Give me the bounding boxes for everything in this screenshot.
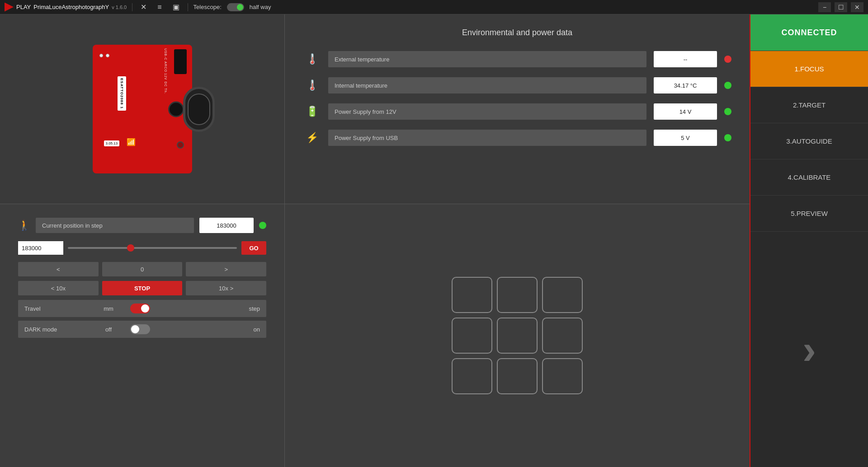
save-icon-btn[interactable]: ▣ (170, 2, 182, 12)
env-row-2: 🔋 Power Supply from 12V 14 V (303, 103, 731, 120)
next-arrow-icon[interactable]: › (802, 329, 816, 370)
right-btn[interactable]: > (186, 262, 266, 276)
thermometer-int-icon: 🌡️ (303, 79, 321, 91)
env-row-3: ⚡ Power Supply from USB 5 V (303, 130, 731, 146)
telescope-toggle[interactable] (227, 3, 244, 11)
int-temp-label: Internal temperature (328, 77, 646, 93)
env-panel: Environmental and power data 🌡️ External… (285, 14, 750, 204)
travel-row: Travel mm step (18, 300, 266, 317)
grid-btn-2-1[interactable] (497, 358, 538, 394)
titlebar: PLAY PrimaLuceAstrophotographY v 1.6.0 ✕… (0, 0, 868, 14)
focus-status (259, 222, 266, 229)
app-logo: PLAY PrimaLuceAstrophotographY v 1.6.0 (5, 3, 127, 12)
dark-mode-toggle-knob (131, 325, 139, 333)
grid-btn-2-2[interactable] (542, 358, 583, 394)
sidebar-item-calibrate[interactable]: 4.CALIBRATE (750, 159, 868, 195)
power-usb-label: Power Supply from USB (328, 130, 646, 146)
control-btn-row-2: < 10x STOP 10x > (18, 281, 266, 295)
left-btn[interactable]: < (18, 262, 99, 276)
main-layout: USB-C ARCO 12V DC Th. ESATTO2088 1 3.05.… (0, 14, 868, 467)
travel-label: Travel (18, 305, 90, 312)
power-12v-status (724, 108, 731, 115)
app-version: v 1.6.0 (112, 5, 127, 10)
sidebar-item-target[interactable]: 2.TARGET (750, 87, 868, 123)
grid-row-1 (452, 318, 583, 354)
close-btn[interactable]: ✕ (851, 2, 863, 12)
sidebar-arrow-area: › (750, 231, 868, 467)
usb-icon: ⚡ (303, 132, 321, 144)
right10-btn[interactable]: 10x > (186, 281, 266, 295)
camera-top-buttons (99, 54, 109, 57)
travel-toggle-knob (141, 304, 149, 313)
grid-btn-0-1[interactable] (497, 277, 538, 313)
slider-track[interactable] (68, 247, 237, 249)
app-name: PrimaLuceAstrophotographY (33, 4, 109, 10)
grid-btn-1-0[interactable] (452, 318, 492, 354)
maximize-btn[interactable]: ☐ (835, 2, 847, 12)
power-12v-icon: 🔋 (303, 106, 321, 117)
position-value: 183000 (199, 218, 254, 233)
go-button[interactable]: GO (241, 241, 266, 255)
grid-btn-2-0[interactable] (452, 358, 492, 394)
sidebar-item-focus[interactable]: 1.FOCUS (750, 51, 868, 87)
sep2 (188, 3, 188, 11)
power-12v-label: Power Supply from 12V (328, 103, 646, 120)
grid-btn-1-2[interactable] (542, 318, 583, 354)
ext-temp-label: External temperature (328, 51, 646, 67)
minimize-btn[interactable]: − (818, 2, 831, 12)
wifi-icon: 📶 (127, 138, 136, 146)
telescope-position: half way (250, 4, 271, 10)
grid-row-0 (452, 277, 583, 313)
telescope-label: Telescope: (193, 4, 222, 10)
sidebar: CONNECTED 1.FOCUS 2.TARGET 3.AUTOGUIDE 4… (750, 14, 868, 467)
camera-port-block (174, 49, 187, 74)
thermometer-ext-icon: 🌡️ (303, 53, 321, 65)
env-row-1: 🌡️ Internal temperature 34.17 °C (303, 77, 731, 93)
env-row-0: 🌡️ External temperature -- (303, 51, 731, 67)
dark-mode-row: DARK mode off on (18, 321, 266, 338)
dark-mode-toggle[interactable] (130, 324, 150, 334)
grid-panel (285, 204, 750, 467)
slider-input[interactable] (18, 241, 63, 255)
grid-btn-0-0[interactable] (452, 277, 492, 313)
ext-temp-status (724, 56, 731, 63)
sidebar-connected: CONNECTED (750, 14, 868, 51)
cursor-icon-btn[interactable]: ✕ (138, 2, 149, 12)
dark-mode-off: off (90, 326, 127, 333)
env-title: Environmental and power data (303, 28, 731, 37)
sliders-icon-btn[interactable]: ≡ (155, 2, 164, 12)
slider-thumb[interactable] (127, 244, 134, 252)
camera-panel: USB-C ARCO 12V DC Th. ESATTO2088 1 3.05.… (0, 14, 285, 204)
position-label: Current position in step (36, 218, 194, 233)
stop-btn[interactable]: STOP (102, 281, 183, 295)
travel-toggle[interactable] (130, 304, 150, 313)
grid-btn-0-2[interactable] (542, 277, 583, 313)
travel-step: step (249, 305, 266, 312)
control-btn-row-1: < 0 > (18, 262, 266, 276)
play-icon (5, 3, 14, 12)
int-temp-status (724, 82, 731, 89)
power-12v-value: 14 V (654, 103, 717, 120)
sidebar-item-autoguide[interactable]: 3.AUTOGUIDE (750, 123, 868, 159)
walk-icon: 🚶 (18, 219, 30, 231)
dark-mode-label: DARK mode (18, 326, 90, 333)
grid-btn-1-1[interactable] (497, 318, 538, 354)
travel-mm: mm (90, 305, 127, 312)
grid-row-2 (452, 358, 583, 394)
int-temp-value: 34.17 °C (654, 77, 717, 93)
port-labels: USB-C ARCO 12V DC Th. (164, 48, 167, 94)
dark-mode-on: on (254, 326, 266, 333)
camera-small-btn (177, 141, 184, 149)
content-area: USB-C ARCO 12V DC Th. ESATTO2088 1 3.05.… (0, 14, 750, 467)
center-btn[interactable]: 0 (102, 262, 183, 276)
sidebar-item-preview[interactable]: 5.PREVIEW (750, 195, 868, 231)
window-controls: − ☐ ✕ (818, 2, 863, 12)
left10-btn[interactable]: < 10x (18, 281, 99, 295)
telescope-toggle-knob (237, 4, 243, 10)
sep1 (132, 3, 132, 11)
slider-row: GO (18, 241, 266, 255)
serial-label: ESATTO2088 1 (118, 76, 126, 111)
power-usb-status (724, 134, 731, 141)
power-usb-value: 5 V (654, 130, 717, 146)
version-label: 3.05.13 (104, 140, 120, 146)
